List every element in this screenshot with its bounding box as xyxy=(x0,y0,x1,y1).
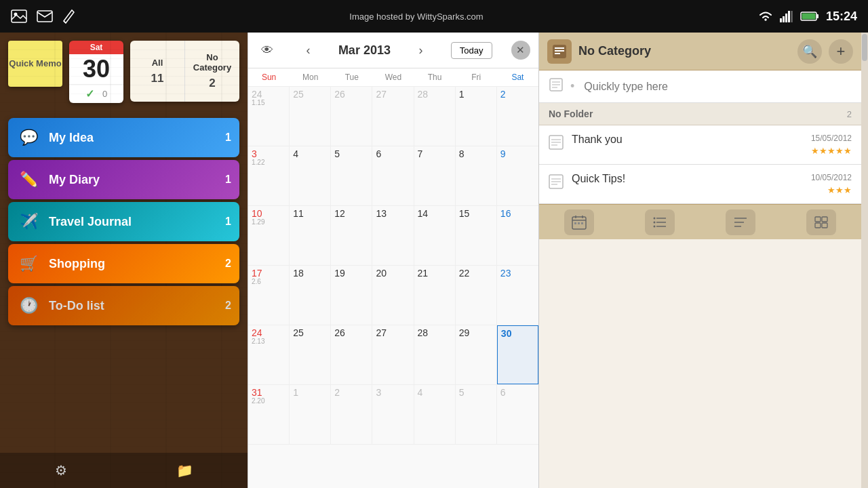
cell-sub: 1.22 xyxy=(252,159,285,166)
cal-cell-w3-d2[interactable]: 19 xyxy=(331,266,372,325)
scrollbar-thumb xyxy=(862,34,867,61)
cal-cell-w1-d5[interactable]: 8 xyxy=(456,146,497,205)
cal-cell-w0-d0[interactable]: 24 1.15 xyxy=(248,87,290,146)
cal-cell-w1-d2[interactable]: 5 xyxy=(331,146,372,205)
cell-num: 5 xyxy=(334,149,368,159)
calendar-eye-btn[interactable]: 👁 xyxy=(256,39,278,61)
image-icon xyxy=(11,9,27,23)
cal-cell-w2-d0[interactable]: 10 1.29 xyxy=(248,206,290,265)
status-bar-left xyxy=(11,9,75,24)
cal-cell-w1-d1[interactable]: 4 xyxy=(290,146,331,205)
cal-widget-day-name: Sat xyxy=(69,41,123,54)
cal-cell-w3-d0[interactable]: 17 2.6 xyxy=(248,266,290,325)
category-item-my-idea[interactable]: 💬 My Idea 1 xyxy=(8,118,239,157)
cell-num: 22 xyxy=(459,268,493,278)
cal-cell-w2-d2[interactable]: 12 xyxy=(331,206,372,265)
cal-cell-w4-d1[interactable]: 25 xyxy=(290,325,331,384)
nb-tab-all[interactable]: All 11 xyxy=(130,41,185,102)
notes-footer-sort-btn[interactable] xyxy=(726,209,755,235)
svg-rect-48 xyxy=(815,223,821,228)
notes-footer-list-btn[interactable] xyxy=(645,209,675,235)
cal-cell-w4-d3[interactable]: 27 xyxy=(372,325,414,384)
quick-type-input[interactable] xyxy=(584,81,852,93)
cell-num: 25 xyxy=(293,89,327,99)
cell-num: 12 xyxy=(334,209,368,218)
svg-rect-9 xyxy=(788,11,790,22)
nb-tab-nocat-label: No Category xyxy=(193,52,231,73)
cal-cell-w3-d1[interactable]: 18 xyxy=(290,266,331,325)
note-stars-thank-you: ★★★★★ xyxy=(811,146,852,156)
category-item-my-diary[interactable]: ✏️ My Diary 1 xyxy=(8,160,239,199)
cal-week-5: 31 2.20 1 2 3 4 5 6 xyxy=(248,385,538,445)
cal-cell-w5-d2[interactable]: 2 xyxy=(331,385,372,444)
calendar-today-btn[interactable]: Today xyxy=(451,42,492,59)
cal-cell-w2-d3[interactable]: 13 xyxy=(372,206,414,265)
nb-tab-nocat-count: 2 xyxy=(209,77,215,90)
cal-cell-w0-d4[interactable]: 28 xyxy=(414,87,456,146)
note-item-thank-you[interactable]: Thank you 15/05/2012 ★★★★★ xyxy=(539,125,861,165)
day-name-tue: Tue xyxy=(331,68,372,86)
cal-cell-w4-d0[interactable]: 24 2.13 xyxy=(248,325,290,384)
cal-cell-w5-d3[interactable]: 3 xyxy=(372,385,414,444)
cal-widget-footer: ✓ 0 xyxy=(69,84,123,103)
settings-icon[interactable]: ⚙ xyxy=(55,462,67,479)
cal-cell-w5-d0[interactable]: 31 2.20 xyxy=(248,385,290,444)
cal-cell-w5-d6[interactable]: 6 xyxy=(497,385,538,444)
note-title-thank-you: Thank you xyxy=(572,134,803,146)
notes-panel: No Category 🔍 + • No Folder 2 xyxy=(539,33,861,488)
cal-cell-w4-d6[interactable]: 30 xyxy=(497,325,538,384)
status-bar-right: 15:24 xyxy=(758,9,857,24)
note-item-quick-tips[interactable]: Quick Tips! 10/05/2012 ★★★ xyxy=(539,165,861,204)
cal-cell-w0-d3[interactable]: 27 xyxy=(372,87,414,146)
cal-cell-w1-d3[interactable]: 6 xyxy=(372,146,414,205)
cal-cell-w0-d2[interactable]: 26 xyxy=(331,87,372,146)
note-date-thank-you: 15/05/2012 xyxy=(811,134,852,143)
scrollbar[interactable] xyxy=(861,33,868,488)
cal-cell-w5-d4[interactable]: 4 xyxy=(414,385,456,444)
notes-footer-grid-btn[interactable] xyxy=(806,209,836,235)
cal-cell-w1-d6[interactable]: 9 xyxy=(497,146,538,205)
note-content-quick-tips: Quick Tips! xyxy=(572,173,803,185)
cal-cell-w4-d2[interactable]: 26 xyxy=(331,325,372,384)
cell-num: 11 xyxy=(293,209,327,218)
cell-num: 24 xyxy=(252,328,285,338)
cal-cell-w3-d5[interactable]: 22 xyxy=(456,266,497,325)
notes-add-btn[interactable]: + xyxy=(829,39,853,64)
cal-cell-w2-d6[interactable]: 16 xyxy=(497,206,538,265)
calendar-next-btn[interactable]: › xyxy=(410,39,431,61)
cell-num: 31 xyxy=(252,388,285,397)
cal-cell-w5-d1[interactable]: 1 xyxy=(290,385,331,444)
category-item-shopping[interactable]: 🛒 Shopping 2 xyxy=(8,244,239,283)
cal-cell-w4-d4[interactable]: 28 xyxy=(414,325,456,384)
category-count-todo-list: 2 xyxy=(225,300,231,312)
cal-cell-w2-d1[interactable]: 11 xyxy=(290,206,331,265)
folder-icon[interactable]: 📁 xyxy=(176,462,193,479)
cal-cell-w3-d6[interactable]: 23 xyxy=(497,266,538,325)
cal-cell-w0-d1[interactable]: 25 xyxy=(290,87,331,146)
cal-cell-w3-d3[interactable]: 20 xyxy=(372,266,414,325)
notes-footer-calendar-btn[interactable] xyxy=(564,209,594,235)
quick-memo-button[interactable]: Quick Memo xyxy=(8,41,62,87)
cal-cell-w5-d5[interactable]: 5 xyxy=(456,385,497,444)
cal-cell-w2-d5[interactable]: 15 xyxy=(456,206,497,265)
cell-num: 9 xyxy=(500,149,535,159)
cal-cell-w0-d5[interactable]: 1 xyxy=(456,87,497,146)
cal-cell-w1-d4[interactable]: 7 xyxy=(414,146,456,205)
notes-search-btn[interactable]: 🔍 xyxy=(797,39,822,64)
cell-sub: 2.6 xyxy=(252,278,285,285)
cal-cell-w0-d6[interactable]: 2 xyxy=(497,87,538,146)
cal-cell-w1-d0[interactable]: 3 1.22 xyxy=(248,146,290,205)
category-item-travel-journal[interactable]: ✈️ Travel Journal 1 xyxy=(8,202,239,241)
cell-num: 15 xyxy=(459,209,493,218)
cal-cell-w4-d5[interactable]: 29 xyxy=(456,325,497,384)
calendar-prev-btn[interactable]: ‹ xyxy=(297,39,319,61)
day-name-mon: Mon xyxy=(290,68,331,86)
calendar-close-btn[interactable]: ✕ xyxy=(511,41,530,60)
nb-tab-no-category[interactable]: No Category 2 xyxy=(185,41,239,102)
cal-cell-w3-d4[interactable]: 21 xyxy=(414,266,456,325)
cell-num: 28 xyxy=(418,89,452,99)
cell-num: 14 xyxy=(418,209,452,218)
cal-cell-w2-d4[interactable]: 14 xyxy=(414,206,456,265)
cell-num: 26 xyxy=(334,328,368,338)
category-item-todo-list[interactable]: 🕐 To-Do list 2 xyxy=(8,286,239,325)
